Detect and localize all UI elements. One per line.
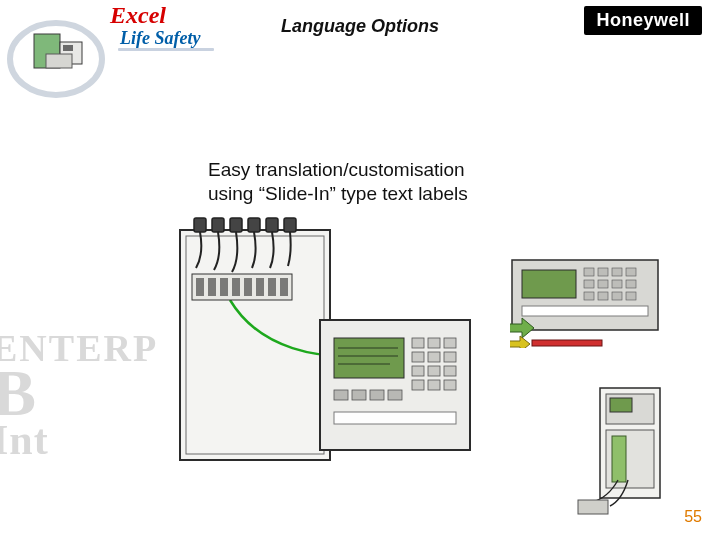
svg-rect-47: [598, 268, 608, 276]
title-underline: [118, 48, 214, 51]
svg-rect-17: [232, 278, 240, 296]
slide-title: Language Options: [281, 16, 439, 37]
cabinet-panel-illustration: [170, 210, 490, 490]
svg-rect-4: [46, 54, 72, 68]
svg-rect-56: [612, 292, 622, 300]
svg-rect-15: [208, 278, 216, 296]
body-line1: Easy translation/customisation: [208, 158, 468, 182]
svg-rect-64: [610, 398, 632, 412]
svg-rect-55: [598, 292, 608, 300]
panel-front-illustration: [510, 258, 660, 348]
svg-rect-46: [584, 268, 594, 276]
svg-rect-36: [412, 380, 424, 390]
body-description: Easy translation/customisation using “Sl…: [208, 158, 468, 206]
watermark-text: ENTERP B Int: [0, 330, 158, 461]
body-line2: using “Slide-In” type text labels: [208, 182, 468, 206]
svg-rect-34: [428, 366, 440, 376]
brand-title: Excel: [110, 2, 166, 29]
svg-rect-5: [180, 230, 330, 460]
svg-rect-16: [220, 278, 228, 296]
svg-rect-20: [268, 278, 276, 296]
brand-subtitle: Life Safety: [120, 28, 200, 49]
page-number: 55: [684, 508, 702, 526]
svg-rect-9: [230, 218, 242, 232]
svg-rect-10: [248, 218, 260, 232]
svg-rect-13: [192, 274, 292, 300]
svg-rect-49: [626, 268, 636, 276]
svg-rect-52: [612, 280, 622, 288]
svg-rect-29: [444, 338, 456, 348]
svg-rect-35: [444, 366, 456, 376]
svg-rect-21: [280, 278, 288, 296]
panel-mount-illustration: [570, 380, 680, 520]
honeywell-logo: Honeywell: [584, 6, 702, 35]
svg-rect-58: [522, 306, 648, 316]
svg-rect-33: [412, 366, 424, 376]
svg-rect-8: [212, 218, 224, 232]
svg-rect-39: [334, 390, 348, 400]
svg-rect-48: [612, 268, 622, 276]
svg-rect-31: [428, 352, 440, 362]
watermark-line3: Int: [0, 421, 158, 461]
watermark-line2: B: [0, 362, 158, 425]
svg-rect-14: [196, 278, 204, 296]
svg-rect-42: [388, 390, 402, 400]
svg-rect-54: [584, 292, 594, 300]
svg-rect-28: [428, 338, 440, 348]
svg-rect-66: [612, 436, 626, 482]
svg-rect-38: [444, 380, 456, 390]
svg-rect-43: [334, 412, 456, 424]
svg-rect-7: [194, 218, 206, 232]
svg-rect-30: [412, 352, 424, 362]
svg-rect-51: [598, 280, 608, 288]
svg-rect-40: [352, 390, 366, 400]
svg-rect-37: [428, 380, 440, 390]
svg-rect-67: [578, 500, 608, 514]
svg-rect-50: [584, 280, 594, 288]
svg-rect-57: [626, 292, 636, 300]
svg-rect-11: [266, 218, 278, 232]
svg-rect-61: [532, 340, 602, 346]
svg-marker-60: [510, 336, 530, 348]
slide-header: Excel Life Safety Language Options Honey…: [0, 0, 720, 48]
svg-rect-23: [334, 338, 404, 378]
svg-rect-18: [244, 278, 252, 296]
svg-rect-19: [256, 278, 264, 296]
svg-rect-45: [522, 270, 576, 298]
svg-rect-32: [444, 352, 456, 362]
svg-rect-53: [626, 280, 636, 288]
svg-rect-12: [284, 218, 296, 232]
svg-rect-27: [412, 338, 424, 348]
svg-rect-41: [370, 390, 384, 400]
